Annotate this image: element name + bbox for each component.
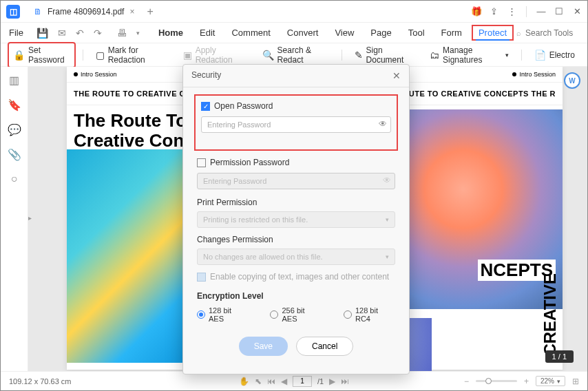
menu-bar: File 💾 ✉ ↶ ↷ 🖶 ▾ Home Edit Comment Conve… <box>1 23 587 43</box>
print-permission-label: Print Permission <box>197 198 395 207</box>
ai-assistant-badge[interactable]: W <box>564 72 580 89</box>
separator <box>342 50 342 61</box>
search-tools-input[interactable] <box>525 28 587 38</box>
menu-convert[interactable]: Convert <box>280 25 326 41</box>
print-permission-select: Printing is restricted on this file. ▾ <box>197 211 395 228</box>
open-password-highlight: ✓ Open Password Entering Password 👁 <box>194 94 398 151</box>
security-dialog: Security ✕ ✓ Open Password Entering Pass… <box>182 64 410 374</box>
open-password-input[interactable]: Entering Password <box>201 116 391 133</box>
save-icon[interactable]: 💾 <box>33 26 52 40</box>
menu-comment[interactable]: Comment <box>224 25 277 41</box>
attachments-icon[interactable]: 📎 <box>8 148 21 160</box>
chevron-down-icon: ▾ <box>557 378 560 385</box>
save-button[interactable]: Save <box>239 337 288 356</box>
pdf-icon: 🗎 <box>34 7 42 17</box>
electronic-button[interactable]: 📄 Electro <box>529 47 580 63</box>
set-password-button[interactable]: Set Password <box>28 45 70 65</box>
cancel-button[interactable]: Cancel <box>296 337 353 356</box>
radio-256-aes[interactable]: 256 bit AES <box>270 306 321 323</box>
open-password-checkbox[interactable]: ✓ <box>201 102 210 111</box>
protect-toolbar: 🔒 Set Password ▢ Mark for Redaction ▣ Ap… <box>1 43 587 67</box>
dialog-title: Security <box>191 70 221 81</box>
radio-icon <box>197 310 205 319</box>
next-page-icon[interactable]: ▶ <box>329 377 335 386</box>
show-password-icon[interactable]: 👁 <box>379 119 387 129</box>
menu-protect[interactable]: Protect <box>476 26 510 41</box>
separator <box>521 50 522 61</box>
radio-icon <box>344 310 352 319</box>
select-tool-icon[interactable]: ⬉ <box>255 377 262 386</box>
dialog-close-icon[interactable]: ✕ <box>392 70 401 81</box>
mark-redaction-button[interactable]: ▢ Mark for Redaction <box>90 43 172 67</box>
separator <box>526 6 527 17</box>
menu-file[interactable]: File <box>8 25 30 41</box>
chevron-down-icon: ▾ <box>386 253 389 260</box>
enable-copying-checkbox <box>197 273 206 282</box>
show-password-icon: 👁 <box>383 176 391 185</box>
first-page-icon[interactable]: ⏮ <box>267 377 275 386</box>
separator <box>83 50 83 61</box>
menu-protect-highlight: Protect <box>472 25 514 41</box>
open-password-label: Open Password <box>214 101 273 111</box>
bookmarks-icon[interactable]: 🔖 <box>8 98 21 111</box>
zoom-in-icon[interactable]: + <box>524 377 529 386</box>
maximize-button[interactable]: ☐ <box>554 6 564 17</box>
doc-session-right: Intro Session <box>512 71 556 78</box>
fit-page-icon[interactable]: ⊞ <box>572 377 579 386</box>
permission-password-label: Permission Password <box>210 158 289 167</box>
last-page-icon[interactable]: ⏭ <box>341 377 349 386</box>
page-number-input[interactable] <box>293 376 312 387</box>
dialog-titlebar: Security ✕ <box>183 65 409 87</box>
permission-password-input: Entering Password <box>197 173 395 189</box>
permission-password-checkbox[interactable] <box>197 158 206 167</box>
page-dimensions: 109.12 x 70.63 cm <box>9 377 72 385</box>
zoom-slider[interactable] <box>476 380 517 382</box>
comments-icon[interactable]: 💬 <box>8 123 21 136</box>
redaction-apply-icon: ▣ <box>183 50 192 61</box>
doc-session-left: Intro Session <box>74 71 117 78</box>
set-password-highlight: 🔒 Set Password <box>8 42 76 68</box>
page-indicator-badge: 1 / 1 <box>545 350 574 363</box>
chevron-down-icon: ▾ <box>386 216 389 223</box>
encryption-radio-group: 128 bit AES 256 bit AES 128 bit RC4 <box>197 306 395 323</box>
menu-tool[interactable]: Tool <box>401 25 432 41</box>
left-sidebar: ▥ 🔖 💬 📎 ○ <box>1 67 28 371</box>
prev-page-icon[interactable]: ◀ <box>281 377 287 386</box>
undo-icon[interactable]: ↶ <box>72 26 87 40</box>
sidebar-collapse-icon[interactable]: ▸ <box>28 214 32 222</box>
share-icon[interactable]: ⇪ <box>489 6 498 17</box>
close-tab-icon[interactable]: × <box>129 7 134 17</box>
redo-icon[interactable]: ↷ <box>90 26 105 40</box>
redaction-mark-icon: ▢ <box>96 50 105 61</box>
new-tab-button[interactable]: + <box>147 6 153 18</box>
document-tab[interactable]: 🗎 Frame 48096914.pdf × <box>27 4 141 19</box>
electronic-icon: 📄 <box>534 50 546 61</box>
print-icon[interactable]: 🖶 <box>114 26 130 40</box>
search-panel-icon[interactable]: ○ <box>8 173 21 185</box>
search-icon: ⌕ <box>516 29 521 37</box>
sign-icon: ✎ <box>355 50 363 61</box>
enable-copying-label: Enable copying of text, images and other… <box>210 272 389 282</box>
encryption-level-label: Encryption Level <box>197 291 395 301</box>
print-dropdown-icon[interactable]: ▾ <box>133 28 143 38</box>
menu-page[interactable]: Page <box>364 25 398 41</box>
menu-view[interactable]: View <box>328 25 361 41</box>
thumbnails-icon[interactable]: ▥ <box>8 74 21 86</box>
kebab-menu-icon[interactable]: ⋮ <box>507 6 516 17</box>
radio-128-rc4[interactable]: 128 bit RC4 <box>344 306 395 323</box>
hand-tool-icon[interactable]: ✋ <box>239 377 249 386</box>
menu-edit[interactable]: Edit <box>193 25 222 41</box>
menu-home[interactable]: Home <box>151 25 190 41</box>
minimize-button[interactable]: — <box>536 6 546 17</box>
search-tools-area: ⌕ ⧉ ☁ ^ <box>516 25 588 40</box>
zoom-thumb[interactable] <box>485 378 492 384</box>
zoom-out-icon[interactable]: − <box>464 377 469 386</box>
menu-form[interactable]: Form <box>434 25 469 41</box>
radio-128-aes[interactable]: 128 bit AES <box>197 306 248 323</box>
close-window-button[interactable]: ✕ <box>572 6 582 17</box>
gift-icon[interactable]: 🎁 <box>471 6 481 17</box>
zoom-level-select[interactable]: 22% ▾ <box>536 376 565 386</box>
mail-icon[interactable]: ✉ <box>54 26 70 40</box>
changes-permission-label: Changes Permission <box>197 235 395 244</box>
manage-signatures-button[interactable]: 🗂 Manage Signatures ▾ <box>424 43 514 67</box>
